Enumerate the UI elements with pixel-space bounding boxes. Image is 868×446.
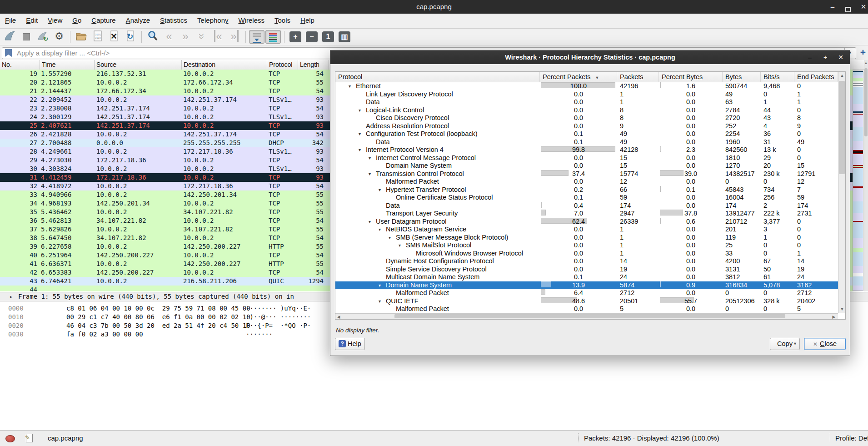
window-maximize-button[interactable]	[843, 2, 853, 12]
protocol-row[interactable]: ▾SMB MailSlot Protocol0.010.02500	[335, 241, 838, 250]
dialog-column-header-bitss[interactable]: Bits/s	[761, 72, 794, 82]
go-back-button[interactable]: «	[161, 30, 177, 44]
column-header-protocol[interactable]: Protocol	[267, 60, 298, 70]
protocol-row[interactable]: Malformed Packet0.0120.00012	[335, 178, 838, 186]
protocol-row[interactable]: ▾Domain Name System13.958740.93168345,07…	[335, 281, 838, 290]
go-forward-button[interactable]: »	[178, 30, 193, 44]
intelligent-scrollbar[interactable]	[853, 70, 863, 291]
protocol-row[interactable]: ▾Logical-Link Control0.080.02784440	[335, 106, 838, 115]
expander-icon[interactable]: ▸	[10, 293, 12, 301]
protocol-row[interactable]: Data0.1490.019603149	[335, 138, 838, 146]
protocol-row[interactable]: Link Layer Discovery Protocol0.010.04901	[335, 90, 838, 99]
scroll-down-icon[interactable]: ▼	[838, 307, 846, 311]
colorize-button[interactable]	[265, 30, 281, 44]
menu-telephony[interactable]: Telephony	[192, 14, 233, 28]
protocol-row[interactable]: ▾Configuration Test Protocol (loopback)0…	[335, 130, 838, 138]
dialog-column-header-protocol[interactable]: Protocol	[335, 72, 540, 82]
protocol-row[interactable]: ▾SMB (Server Message Block Protocol)0.01…	[335, 234, 838, 242]
tree-expander-icon[interactable]: ▾	[369, 154, 371, 162]
auto-scroll-button[interactable]	[249, 30, 264, 44]
protocol-row[interactable]: Dynamic Host Configuration Protocol0.014…	[335, 257, 838, 266]
menu-edit[interactable]: Edit	[21, 14, 43, 28]
file-open-button[interactable]	[74, 30, 89, 44]
menu-statistics[interactable]: Statistics	[155, 14, 192, 28]
tree-expander-icon[interactable]: ▾	[379, 226, 381, 234]
protocol-row[interactable]: Microsoft Windows Browser Protocol0.010.…	[335, 250, 838, 258]
protocol-row[interactable]: Cisco Discovery Protocol0.080.02720438	[335, 114, 838, 122]
scroll-up-icon[interactable]: ▲	[864, 61, 868, 65]
menu-analyze[interactable]: Analyze	[121, 14, 155, 28]
tree-expander-icon[interactable]: ▾	[379, 281, 381, 290]
capture-restart-button[interactable]: ↻	[35, 30, 50, 44]
tree-expander-icon[interactable]: ▾	[359, 130, 361, 138]
find-packet-button[interactable]	[145, 30, 160, 44]
go-to-packet-button[interactable]: »	[194, 30, 210, 44]
tree-expander-icon[interactable]: ▾	[349, 82, 351, 90]
tree-expander-icon[interactable]: ▾	[369, 170, 371, 178]
protocol-row[interactable]: ▾Ethernet100.0421961.65907449,4680	[335, 82, 838, 90]
protocol-row[interactable]: Malformed Packet0.050.0005	[335, 305, 838, 313]
dialog-column-header-percentbytes[interactable]: Percent Bytes	[659, 72, 723, 82]
window-minimize-button[interactable]: –	[827, 2, 838, 12]
protocol-row[interactable]: ▾Transmission Control Protocol37.4157743…	[335, 170, 838, 178]
tree-expander-icon[interactable]: ▾	[359, 146, 361, 154]
column-header-time[interactable]: Time	[40, 60, 95, 70]
capture-stop-button[interactable]	[19, 30, 34, 44]
packet-list-scrollbar-handle[interactable]	[864, 68, 868, 136]
zoom-out-button[interactable]: −	[304, 30, 319, 44]
menu-tools[interactable]: Tools	[269, 14, 295, 28]
menu-wireless[interactable]: Wireless	[234, 14, 270, 28]
menu-help[interactable]: Help	[295, 14, 319, 28]
scroll-right-icon[interactable]: ▶	[832, 315, 836, 319]
protocol-row[interactable]: ▾Internet Protocol Version 499.8421282.3…	[335, 146, 838, 154]
dialog-column-header-packets[interactable]: Packets	[617, 72, 659, 82]
dialog-column-header-bytes[interactable]: Bytes	[723, 72, 761, 82]
protocol-row[interactable]: Data0.41740.01742174	[335, 202, 838, 210]
protocol-row[interactable]: Address Resolution Protocol0.090.025249	[335, 122, 838, 130]
zoom-in-button[interactable]: +	[288, 30, 303, 44]
dialog-column-header-endpackets[interactable]: End Packets	[794, 72, 838, 82]
menu-go[interactable]: Go	[67, 14, 86, 28]
scroll-left-icon[interactable]: ◀	[336, 315, 341, 319]
scroll-up-icon[interactable]: ▲	[838, 73, 846, 78]
menu-file[interactable]: File	[0, 14, 21, 28]
frame-summary[interactable]: Frame 1: 55 bytes on wire (440 bits), 55…	[18, 292, 294, 301]
help-button[interactable]: ?Help	[335, 338, 365, 350]
protocol-row[interactable]: Domain Name System0.0150.012702015	[335, 162, 838, 170]
protocol-row[interactable]: Simple Service Discovery Protocol0.0190.…	[335, 266, 838, 274]
zoom-100-button[interactable]: 1	[320, 30, 336, 44]
protocol-row[interactable]: ▾User Datagram Protocol62.4263390.621071…	[335, 218, 838, 226]
protocol-row[interactable]: Multicast Domain Name System0.1240.03812…	[335, 273, 838, 281]
tree-expander-icon[interactable]: ▾	[369, 218, 371, 226]
tree-expander-icon[interactable]: ▾	[379, 297, 381, 306]
go-first-button[interactable]: «	[210, 30, 226, 44]
file-close-button[interactable]: ✕	[106, 30, 122, 44]
dialog-close-button[interactable]: ✕	[835, 52, 847, 62]
tree-expander-icon[interactable]: ▾	[359, 106, 361, 115]
copy-button[interactable]: Copy ▼	[770, 338, 800, 350]
dialog-column-header-percentpackets[interactable]: Percent Packets▼	[540, 72, 617, 82]
protocol-row[interactable]: Data0.010.06311	[335, 98, 838, 106]
protocol-row[interactable]: ▾Internet Control Message Protocol0.0150…	[335, 154, 838, 162]
menu-capture[interactable]: Capture	[86, 14, 120, 28]
menu-view[interactable]: View	[43, 14, 67, 28]
resize-columns-button[interactable]: ▥	[337, 30, 352, 44]
window-close-button[interactable]: ✕	[858, 2, 868, 12]
column-header-no[interactable]: No.	[0, 60, 40, 70]
statusbar-profile[interactable]: Profile: Default	[835, 434, 868, 442]
go-last-button[interactable]: »	[227, 30, 242, 44]
column-header-source[interactable]: Source	[95, 60, 182, 70]
protocol-row[interactable]: Transport Layer Security7.0294737.813912…	[335, 210, 838, 218]
close-button[interactable]: ✕Close	[804, 338, 846, 350]
column-header-length[interactable]: Length	[298, 60, 329, 70]
capture-options-button[interactable]: ⚙	[51, 30, 67, 44]
dialog-maximize-button[interactable]: +	[819, 52, 831, 62]
tree-expander-icon[interactable]: ▾	[399, 241, 401, 250]
protocol-row[interactable]: ▾NetBIOS Datagram Service0.010.020130	[335, 226, 838, 234]
column-header-destination[interactable]: Destination	[182, 60, 267, 70]
capture-start-button[interactable]	[2, 30, 18, 44]
horizontal-scrollbar-handle[interactable]	[394, 314, 785, 318]
reload-button[interactable]: ↻	[123, 30, 138, 44]
expert-info-icon[interactable]	[5, 435, 15, 442]
protocol-row[interactable]: Malformed Packet6.427120.0002712	[335, 289, 838, 297]
